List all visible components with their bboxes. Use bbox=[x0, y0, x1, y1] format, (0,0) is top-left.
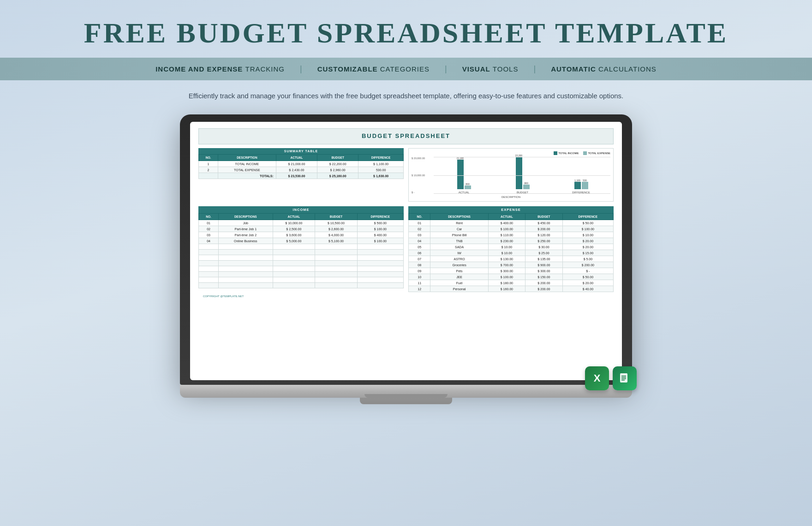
spreadsheet-content: BUDGET SPREADSHEET SUMMARY TABLE NO. DES… bbox=[190, 122, 622, 307]
table-row: 02Car$ 100.00$ 200.00$ 100.00 bbox=[409, 226, 614, 232]
svg-rect-3 bbox=[621, 378, 626, 379]
table-row: 2 TOTAL EXPENSE $ 2,430.00 $ 2,960.00 53… bbox=[199, 167, 404, 173]
banner-normal-1: TRACKING bbox=[245, 65, 285, 73]
svg-rect-2 bbox=[621, 377, 626, 378]
income-header: INCOME bbox=[198, 206, 404, 213]
sheets-svg bbox=[618, 372, 631, 385]
table-row: 09Pets$ 300.00$ 300.00$ - bbox=[409, 268, 614, 274]
table-row: 03Phone Bill$ 110.00$ 120.00$ 10.00 bbox=[409, 232, 614, 238]
banner-normal-2: CATEGORIES bbox=[380, 65, 430, 73]
banner-bold-1: INCOME AND EXPENSE bbox=[155, 65, 243, 73]
expense-table: NO. DESCRIPTIONS ACTUAL BUDGET DIFFERENC… bbox=[408, 213, 614, 292]
legend-income-dot bbox=[554, 151, 557, 155]
table-row: 06IW$ 10.00$ 25.00$ 15.00 bbox=[409, 250, 614, 256]
laptop-stand bbox=[360, 398, 452, 404]
banner-normal-3: TOOLS bbox=[493, 65, 519, 73]
table-row: 08Groceries$ 700.00$ 900.00$ 200.00 bbox=[409, 262, 614, 268]
income-table: NO. DESCRIPTIONS ACTUAL BUDGET DIFFERENC… bbox=[198, 213, 404, 288]
banner-divider-1: | bbox=[298, 64, 304, 74]
expense-section: EXPENSE NO. DESCRIPTIONS ACTUAL BUDGET D… bbox=[408, 206, 614, 292]
table-row-empty bbox=[199, 244, 404, 250]
banner-divider-2: | bbox=[442, 64, 449, 74]
table-row: 01Job$ 10,000.00$ 10,500.00$ 500.00 bbox=[199, 220, 404, 226]
table-row-empty bbox=[199, 266, 404, 272]
app-icons: X bbox=[585, 366, 637, 390]
excel-icon[interactable]: X bbox=[585, 366, 609, 390]
y-axis-labels: $ 20,000.00 $ 10,000.00 $ - bbox=[412, 157, 425, 194]
table-row: 07ASTRO$ 130.00$ 135.00$ 5.00 bbox=[409, 256, 614, 262]
banner-item-1: INCOME AND EXPENSE TRACKING bbox=[143, 65, 298, 73]
laptop-outer: BUDGET SPREADSHEET SUMMARY TABLE NO. DES… bbox=[180, 114, 632, 385]
table-row-empty bbox=[199, 283, 404, 288]
table-row: 03Part-time Job 2$ 3,600.00$ 4,000.00$ 4… bbox=[199, 232, 404, 238]
table-row: 1 TOTAL INCOME $ 21,000.00 $ 22,200.00 $… bbox=[199, 161, 404, 167]
table-row-empty bbox=[199, 272, 404, 277]
sum-col-diff: DIFFERENCE bbox=[358, 155, 404, 161]
expense-header: EXPENSE bbox=[408, 206, 614, 213]
page-description: Efficiently track and manage your financ… bbox=[189, 90, 624, 102]
table-row: 04TNB$ 230.00$ 250.00$ 20.00 bbox=[409, 238, 614, 244]
chart-x-title: DESCRIPTION bbox=[412, 196, 610, 198]
chart-area: TOTAL INCOME TOTAL EXPENSE $ 20,000.00 bbox=[408, 148, 614, 202]
legend-income: TOTAL INCOME bbox=[554, 151, 579, 155]
table-row-empty bbox=[199, 261, 404, 266]
summary-section: SUMMARY TABLE NO. DESCRIPTION ACTUAL BUD… bbox=[198, 148, 404, 197]
income-section: INCOME NO. DESCRIPTIONS ACTUAL BUDGET DI… bbox=[198, 206, 404, 292]
sum-col-budget: BUDGET bbox=[317, 155, 358, 161]
table-row: 02Part-time Job 1$ 2,500.00$ 2,600.00$ 1… bbox=[199, 226, 404, 232]
laptop-base bbox=[180, 385, 632, 398]
y-label-3: $ 20,000.00 bbox=[412, 157, 425, 160]
y-label-2: $ 10,000.00 bbox=[412, 174, 425, 177]
svg-rect-1 bbox=[621, 376, 626, 377]
table-row: 01Rent$ 400.00$ 450.00$ 50.00 bbox=[409, 220, 614, 226]
sheets-icon[interactable] bbox=[613, 366, 637, 390]
table-row: 10JEE$ 100.00$ 150.00$ 50.00 bbox=[409, 274, 614, 280]
totals-row: TOTALS: $ 23,530.00 $ 25,160.00 $ 1,630.… bbox=[199, 173, 404, 179]
laptop-screen: BUDGET SPREADSHEET SUMMARY TABLE NO. DES… bbox=[190, 122, 622, 380]
table-row-empty bbox=[199, 255, 404, 261]
legend-expense-label: TOTAL EXPENSE bbox=[588, 152, 610, 155]
banner-bold-2: CUSTOMIZABLE bbox=[317, 65, 378, 73]
chart-gridlines bbox=[434, 157, 610, 194]
legend-expense: TOTAL EXPENSE bbox=[583, 151, 610, 155]
y-label-1: $ - bbox=[412, 191, 425, 194]
sum-col-no: NO. bbox=[199, 155, 218, 161]
page-title: FREE BUDGET SPREADSHEET TEMPLATE bbox=[66, 0, 746, 58]
table-row: 11Fuel$ 180.00$ 200.00$ 20.00 bbox=[409, 280, 614, 286]
legend-expense-dot bbox=[583, 151, 587, 155]
svg-rect-0 bbox=[620, 373, 627, 383]
svg-rect-4 bbox=[621, 380, 625, 381]
banner-normal-4: CALCULATIONS bbox=[598, 65, 657, 73]
feature-banner: INCOME AND EXPENSE TRACKING | CUSTOMIZAB… bbox=[0, 58, 812, 80]
spreadsheet-title: BUDGET SPREADSHEET bbox=[198, 128, 614, 144]
table-row: 12Personal$ 160.00$ 200.00$ 40.00 bbox=[409, 286, 614, 292]
table-row-empty bbox=[199, 277, 404, 283]
copyright: COPYRIGHT @TEMPLATE.NET bbox=[198, 292, 614, 300]
table-row: 05SADA$ 10.00$ 30.00$ 20.00 bbox=[409, 244, 614, 250]
summary-header: SUMMARY TABLE bbox=[198, 148, 404, 154]
banner-item-3: VISUAL TOOLS bbox=[449, 65, 531, 73]
banner-item-2: CUSTOMIZABLE CATEGORIES bbox=[304, 65, 442, 73]
banner-bold-3: VISUAL bbox=[462, 65, 490, 73]
summary-table: NO. DESCRIPTION ACTUAL BUDGET DIFFERENCE… bbox=[198, 154, 404, 179]
table-row: 04Online Business$ 5,000.00$ 5,100.00$ 1… bbox=[199, 238, 404, 244]
banner-bold-4: AUTOMATIC bbox=[551, 65, 596, 73]
table-row-empty bbox=[199, 250, 404, 255]
laptop-mockup: BUDGET SPREADSHEET SUMMARY TABLE NO. DES… bbox=[180, 114, 632, 404]
banner-item-4: AUTOMATIC CALCULATIONS bbox=[538, 65, 669, 73]
sum-col-actual: ACTUAL bbox=[276, 155, 317, 161]
legend-income-label: TOTAL INCOME bbox=[558, 152, 579, 155]
banner-divider-3: | bbox=[531, 64, 538, 74]
sum-col-desc: DESCRIPTION bbox=[218, 155, 276, 161]
income-expense-grid: INCOME NO. DESCRIPTIONS ACTUAL BUDGET DI… bbox=[198, 206, 614, 292]
